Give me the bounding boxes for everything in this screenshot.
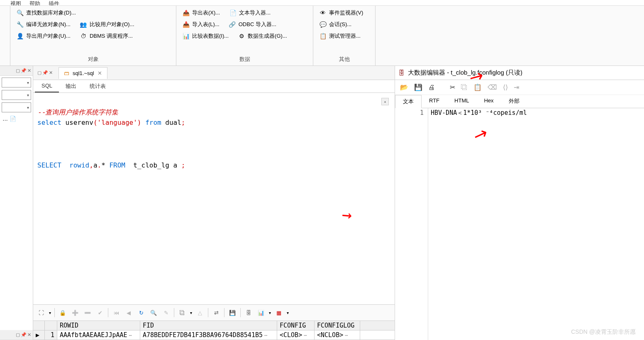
table-row[interactable]: ▶ 1 AAAfbtAAEAAEJJpAAE⋯ A78BEDDFE7DB41F3… xyxy=(33,330,395,340)
fit-icon[interactable]: ⛶ xyxy=(37,308,46,317)
edit-icon[interactable]: ✎ xyxy=(161,308,171,317)
editor-panel: ▢ 📌 ✕ 🗃 sql1.~sql ✕ SQL 输出 统计表 ▴ --查询用户操… xyxy=(33,66,395,340)
test-manager[interactable]: 📋测试管理器... xyxy=(317,31,372,41)
link-icon: 🔗 xyxy=(229,21,236,28)
import-table[interactable]: 📥导入表(L)... xyxy=(180,19,222,30)
find-icon[interactable]: 🔍 xyxy=(149,308,158,317)
tab-hex[interactable]: Hex xyxy=(476,95,501,108)
cell-fconfiglog[interactable]: <NCLOB>⋯ xyxy=(315,330,360,340)
sessions[interactable]: 💬会话(S)... xyxy=(317,19,372,30)
col-fconfiglog[interactable]: FCONFIGLOG xyxy=(315,321,360,330)
col-fconfig[interactable]: FCONFIG xyxy=(277,321,315,330)
paste-icon[interactable]: 📋 xyxy=(473,83,482,91)
combo-1[interactable]: ▾ xyxy=(2,78,31,87)
tab-text[interactable]: 文本 xyxy=(395,95,422,108)
close-icon[interactable]: ✕ xyxy=(27,332,31,338)
compile-invalid[interactable]: 🔧编译无效对象(N)... xyxy=(14,19,73,30)
search-icon: 🔍 xyxy=(16,9,24,17)
combo-3[interactable]: ▾ xyxy=(2,102,31,112)
export-table[interactable]: 📤导出表(X)... xyxy=(180,7,222,18)
tab-external[interactable]: 外部 xyxy=(501,95,527,108)
annotation-arrow: ↘ xyxy=(333,201,358,228)
lock-icon[interactable]: 🔒 xyxy=(58,308,67,317)
results-grid: ROWID FID FCONFIG FCONFIGLOG ▶ 1 AAAfbtA… xyxy=(33,321,395,340)
file-icon: 📄 xyxy=(10,116,16,122)
new-doc[interactable]: …📄 xyxy=(2,115,31,123)
combo-2[interactable]: ▾ xyxy=(2,90,31,100)
first-icon[interactable]: ⏮ xyxy=(112,308,121,317)
gear-icon: ⚙ xyxy=(238,32,245,40)
cut-icon[interactable]: ✂ xyxy=(450,83,455,91)
pin-icon[interactable]: 📌 xyxy=(21,332,27,338)
add-row-icon[interactable]: ➕ xyxy=(71,308,80,317)
save-icon[interactable]: 💾 xyxy=(414,83,422,91)
link-icon[interactable]: ⇄ xyxy=(212,308,221,317)
copy-icon[interactable]: ⿻ xyxy=(178,308,187,317)
tab-html[interactable]: HTML xyxy=(447,95,476,108)
odbc-importer[interactable]: 🔗ODBC 导入器... xyxy=(226,19,279,30)
clob-content[interactable]: HBV-DNA＜1*10³ ⁻⁴copeis/ml xyxy=(428,108,644,340)
code-icon[interactable]: ⟨⟩ xyxy=(503,83,508,91)
col-rowid[interactable]: ROWID xyxy=(57,321,140,330)
close-icon[interactable]: ✕ xyxy=(27,68,31,73)
cell-expand[interactable]: ⋯ xyxy=(263,333,269,338)
copy-icon[interactable]: ⿻ xyxy=(461,84,468,91)
close-icon[interactable]: ✕ xyxy=(49,70,53,75)
cell-fconfig[interactable]: <CLOB>⋯ xyxy=(277,330,315,340)
db-icon[interactable]: 🗄 xyxy=(244,308,253,317)
tab-rtf[interactable]: RTF xyxy=(422,95,447,108)
print-icon[interactable]: 🖨 xyxy=(428,84,435,91)
chart-icon[interactable]: 📊 xyxy=(256,308,266,317)
col-fid[interactable]: FID xyxy=(140,321,277,330)
close-tab-icon[interactable]: ✕ xyxy=(98,70,102,76)
dock-icon[interactable]: ▢ xyxy=(37,70,41,75)
scroll-up-button[interactable]: ▴ xyxy=(381,98,389,105)
compare-user-obj[interactable]: 👥比较用户对象(O)... xyxy=(77,19,137,30)
tab-stats[interactable]: 统计表 xyxy=(83,80,112,92)
grid-icon[interactable]: ▦ xyxy=(274,308,283,317)
eye-icon: 👁 xyxy=(319,9,327,17)
compare-table-data[interactable]: 📊比较表数据(I)... xyxy=(180,31,231,41)
import-icon: 📥 xyxy=(182,21,190,28)
cell-rowid[interactable]: AAAfbtAAEAAEJJpAAE⋯ xyxy=(57,330,140,340)
tab-output[interactable]: 输出 xyxy=(59,80,83,92)
cell-fid[interactable]: A78BEDDFE7DB41F3B8A96764D88541B5⋯ xyxy=(140,330,277,340)
text-importer[interactable]: 📄文本导入器... xyxy=(227,7,273,18)
cell-expand[interactable]: ⋯ xyxy=(302,333,308,338)
large-data-editor: 🗄 大数据编辑器 - t_clob_lg.fconfiglog (只读) 📂 💾… xyxy=(395,66,644,340)
delete-row-icon[interactable]: ➖ xyxy=(83,308,92,317)
file-tab[interactable]: 🗃 sql1.~sql ✕ xyxy=(59,67,107,79)
refresh-icon[interactable]: ↻ xyxy=(137,308,146,317)
menu-item[interactable]: 帮助 xyxy=(29,0,40,5)
group-label: 其他 xyxy=(317,55,372,64)
find-db-object[interactable]: 🔍查找数据库对象(D)... xyxy=(14,7,78,18)
clear-icon[interactable]: ⌫ xyxy=(488,83,497,91)
col-marker[interactable] xyxy=(33,321,45,330)
results-toolbar: ⛶▾ 🔒 ➕ ➖ ✔ ⏮ ◀ ↻ 🔍 ✎ ⿻▾ △ ⇄ 💾 🗄 📊▾ ▦▾ xyxy=(33,304,395,321)
dock-icon[interactable]: ▢ xyxy=(16,68,20,73)
prev-icon[interactable]: ◀ xyxy=(124,308,133,317)
menu-bar: 视图 帮助 插件 xyxy=(0,0,644,6)
open-icon[interactable]: 📂 xyxy=(400,83,408,91)
dock-icon[interactable]: ▢ xyxy=(16,332,20,338)
col-num[interactable] xyxy=(45,321,57,330)
indent-icon[interactable]: ⇥ xyxy=(514,83,519,91)
export-user-obj[interactable]: 👤导出用户对象(U)... xyxy=(14,31,73,41)
pin-icon[interactable]: 📌 xyxy=(21,68,27,73)
menu-item[interactable]: 插件 xyxy=(49,0,59,5)
sql-editor[interactable]: ▴ --查询用户操作系统字符集 select userenv('language… xyxy=(33,93,395,304)
data-generator[interactable]: ⚙数据生成器(G)... xyxy=(235,31,290,41)
cell-expand[interactable]: ⋯ xyxy=(343,333,349,338)
clipboard-icon: 📋 xyxy=(319,32,327,40)
cell-expand[interactable]: ⋯ xyxy=(127,333,134,338)
up-icon[interactable]: △ xyxy=(195,308,205,317)
menu-item[interactable]: 视图 xyxy=(10,0,21,5)
dbms-scheduler[interactable]: ⏱DBMS 调度程序... xyxy=(77,31,135,41)
commit-icon[interactable]: ✔ xyxy=(95,308,105,317)
event-monitor[interactable]: 👁事件监视器(V) xyxy=(317,7,372,18)
tab-sql[interactable]: SQL xyxy=(35,80,59,92)
left-sidebar: ▢ 📌 ✕ ▾ ▾ ▾ …📄 ▢ 📌 ✕ xyxy=(0,66,33,340)
pin-icon[interactable]: 📌 xyxy=(42,70,48,75)
save-icon[interactable]: 💾 xyxy=(228,308,237,317)
sql-tabs: SQL 输出 统计表 xyxy=(33,80,395,93)
